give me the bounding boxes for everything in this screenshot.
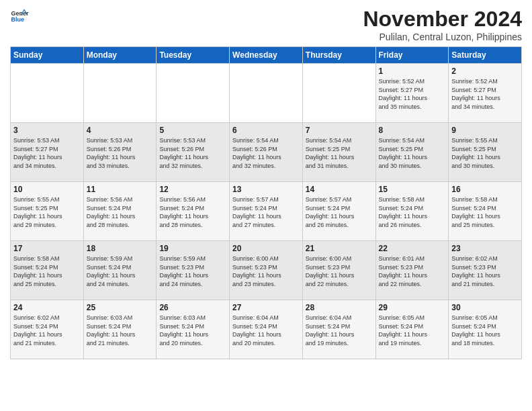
day-info: Sunrise: 5:52 AM Sunset: 5:27 PM Dayligh… [379, 77, 446, 111]
day-info: Sunrise: 5:56 AM Sunset: 5:24 PM Dayligh… [87, 195, 154, 229]
weekday-wednesday: Wednesday [230, 47, 303, 64]
day-number: 24 [13, 303, 81, 312]
calendar-cell: 30Sunrise: 6:05 AM Sunset: 5:24 PM Dayli… [449, 300, 522, 359]
day-info: Sunrise: 5:59 AM Sunset: 5:24 PM Dayligh… [87, 255, 154, 288]
day-number: 9 [451, 126, 519, 135]
day-number: 1 [379, 66, 446, 76]
logo: General Blue [10, 7, 29, 26]
calendar-cell [83, 64, 157, 123]
day-number: 29 [379, 303, 446, 312]
weekday-sunday: Sunday [11, 47, 84, 64]
calendar-cell: 20Sunrise: 6:00 AM Sunset: 5:23 PM Dayli… [230, 241, 303, 300]
day-number: 16 [451, 185, 519, 194]
day-info: Sunrise: 6:01 AM Sunset: 5:23 PM Dayligh… [379, 255, 446, 288]
day-number: 18 [87, 244, 154, 253]
day-number: 23 [451, 244, 519, 253]
day-info: Sunrise: 5:57 AM Sunset: 5:24 PM Dayligh… [306, 195, 373, 229]
day-number: 4 [87, 126, 154, 135]
calendar-week-1: 3Sunrise: 5:53 AM Sunset: 5:27 PM Daylig… [11, 123, 522, 182]
page: General Blue November 2024 Pulilan, Cent… [0, 0, 532, 411]
day-info: Sunrise: 5:59 AM Sunset: 5:23 PM Dayligh… [159, 255, 226, 288]
calendar-cell: 12Sunrise: 5:56 AM Sunset: 5:24 PM Dayli… [157, 182, 230, 241]
day-number: 28 [306, 303, 373, 312]
weekday-friday: Friday [375, 47, 449, 64]
day-number: 14 [306, 185, 373, 194]
calendar-week-4: 24Sunrise: 6:02 AM Sunset: 5:24 PM Dayli… [11, 300, 522, 359]
day-number: 30 [451, 303, 519, 312]
day-info: Sunrise: 5:55 AM Sunset: 5:25 PM Dayligh… [451, 136, 519, 170]
day-info: Sunrise: 6:05 AM Sunset: 5:24 PM Dayligh… [451, 314, 519, 347]
calendar-cell: 5Sunrise: 5:53 AM Sunset: 5:26 PM Daylig… [157, 123, 230, 182]
day-info: Sunrise: 5:57 AM Sunset: 5:24 PM Dayligh… [232, 195, 300, 229]
calendar-header: SundayMondayTuesdayWednesdayThursdayFrid… [11, 47, 522, 64]
day-number: 22 [379, 244, 446, 253]
day-number: 13 [232, 185, 300, 194]
day-number: 2 [451, 66, 519, 76]
day-number: 12 [159, 185, 226, 194]
day-number: 19 [159, 244, 226, 253]
day-info: Sunrise: 6:04 AM Sunset: 5:24 PM Dayligh… [306, 314, 373, 347]
calendar-week-2: 10Sunrise: 5:55 AM Sunset: 5:25 PM Dayli… [11, 182, 522, 241]
calendar-cell: 28Sunrise: 6:04 AM Sunset: 5:24 PM Dayli… [302, 300, 375, 359]
day-info: Sunrise: 5:52 AM Sunset: 5:27 PM Dayligh… [451, 77, 519, 111]
day-info: Sunrise: 5:58 AM Sunset: 5:24 PM Dayligh… [451, 195, 519, 229]
calendar-cell: 17Sunrise: 5:58 AM Sunset: 5:24 PM Dayli… [11, 241, 84, 300]
day-info: Sunrise: 6:02 AM Sunset: 5:23 PM Dayligh… [451, 255, 519, 288]
calendar-cell: 13Sunrise: 5:57 AM Sunset: 5:24 PM Dayli… [230, 182, 303, 241]
calendar-cell: 14Sunrise: 5:57 AM Sunset: 5:24 PM Dayli… [302, 182, 375, 241]
calendar-cell: 6Sunrise: 5:54 AM Sunset: 5:26 PM Daylig… [230, 123, 303, 182]
day-info: Sunrise: 6:03 AM Sunset: 5:24 PM Dayligh… [159, 314, 226, 347]
day-number: 11 [87, 185, 154, 194]
weekday-header-row: SundayMondayTuesdayWednesdayThursdayFrid… [11, 47, 522, 64]
day-number: 21 [306, 244, 373, 253]
calendar-cell [230, 64, 303, 123]
weekday-saturday: Saturday [449, 47, 522, 64]
day-number: 10 [13, 185, 81, 194]
day-number: 8 [379, 126, 446, 135]
day-number: 25 [87, 303, 154, 312]
calendar-cell: 27Sunrise: 6:04 AM Sunset: 5:24 PM Dayli… [230, 300, 303, 359]
calendar-body: 1Sunrise: 5:52 AM Sunset: 5:27 PM Daylig… [11, 64, 522, 359]
calendar-cell: 25Sunrise: 6:03 AM Sunset: 5:24 PM Dayli… [83, 300, 157, 359]
header: General Blue November 2024 Pulilan, Cent… [10, 7, 522, 42]
day-info: Sunrise: 5:53 AM Sunset: 5:27 PM Dayligh… [13, 136, 81, 170]
calendar-cell: 22Sunrise: 6:01 AM Sunset: 5:23 PM Dayli… [375, 241, 449, 300]
weekday-thursday: Thursday [302, 47, 375, 64]
calendar-cell: 15Sunrise: 5:58 AM Sunset: 5:24 PM Dayli… [375, 182, 449, 241]
day-number: 7 [306, 126, 373, 135]
day-number: 5 [159, 126, 226, 135]
calendar-cell [302, 64, 375, 123]
title-block: November 2024 Pulilan, Central Luzon, Ph… [363, 7, 522, 42]
calendar-cell: 19Sunrise: 5:59 AM Sunset: 5:23 PM Dayli… [157, 241, 230, 300]
weekday-tuesday: Tuesday [157, 47, 230, 64]
day-info: Sunrise: 5:53 AM Sunset: 5:26 PM Dayligh… [87, 136, 154, 170]
day-info: Sunrise: 6:04 AM Sunset: 5:24 PM Dayligh… [232, 314, 300, 347]
location-subtitle: Pulilan, Central Luzon, Philippines [363, 32, 522, 42]
day-number: 20 [232, 244, 300, 253]
day-info: Sunrise: 5:56 AM Sunset: 5:24 PM Dayligh… [159, 195, 226, 229]
calendar-cell: 8Sunrise: 5:54 AM Sunset: 5:25 PM Daylig… [375, 123, 449, 182]
calendar-cell: 23Sunrise: 6:02 AM Sunset: 5:23 PM Dayli… [449, 241, 522, 300]
day-info: Sunrise: 5:54 AM Sunset: 5:25 PM Dayligh… [306, 136, 373, 170]
day-info: Sunrise: 5:55 AM Sunset: 5:25 PM Dayligh… [13, 195, 81, 229]
logo-icon: General Blue [10, 7, 29, 26]
calendar-cell: 2Sunrise: 5:52 AM Sunset: 5:27 PM Daylig… [449, 64, 522, 123]
calendar-cell: 21Sunrise: 6:00 AM Sunset: 5:23 PM Dayli… [302, 241, 375, 300]
calendar-table: SundayMondayTuesdayWednesdayThursdayFrid… [10, 46, 522, 359]
calendar-cell [157, 64, 230, 123]
day-info: Sunrise: 6:00 AM Sunset: 5:23 PM Dayligh… [306, 255, 373, 288]
day-number: 17 [13, 244, 81, 253]
calendar-cell: 29Sunrise: 6:05 AM Sunset: 5:24 PM Dayli… [375, 300, 449, 359]
day-info: Sunrise: 5:58 AM Sunset: 5:24 PM Dayligh… [13, 255, 81, 288]
calendar-cell: 9Sunrise: 5:55 AM Sunset: 5:25 PM Daylig… [449, 123, 522, 182]
calendar-cell: 18Sunrise: 5:59 AM Sunset: 5:24 PM Dayli… [83, 241, 157, 300]
calendar-cell: 16Sunrise: 5:58 AM Sunset: 5:24 PM Dayli… [449, 182, 522, 241]
day-number: 26 [159, 303, 226, 312]
day-info: Sunrise: 6:03 AM Sunset: 5:24 PM Dayligh… [87, 314, 154, 347]
calendar-cell: 26Sunrise: 6:03 AM Sunset: 5:24 PM Dayli… [157, 300, 230, 359]
calendar-cell: 1Sunrise: 5:52 AM Sunset: 5:27 PM Daylig… [375, 64, 449, 123]
day-number: 6 [232, 126, 300, 135]
calendar-cell: 7Sunrise: 5:54 AM Sunset: 5:25 PM Daylig… [302, 123, 375, 182]
weekday-monday: Monday [83, 47, 157, 64]
day-info: Sunrise: 6:02 AM Sunset: 5:24 PM Dayligh… [13, 314, 81, 347]
